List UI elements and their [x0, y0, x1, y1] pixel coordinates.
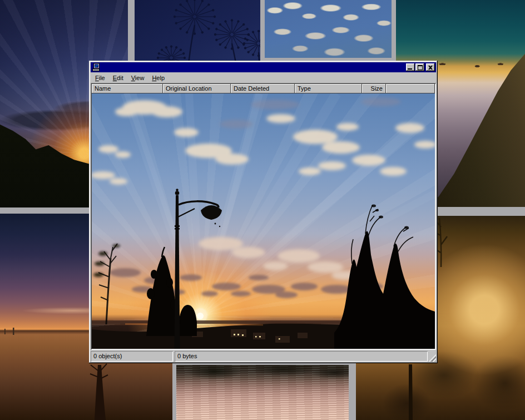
close-icon	[428, 66, 433, 70]
file-list-view: Name Original Location Date Deleted Type…	[91, 83, 436, 350]
column-header-original-location[interactable]: Original Location	[163, 84, 231, 93]
status-object-count: 0 object(s)	[91, 351, 173, 362]
wallpaper-tile-water-reflection	[176, 365, 349, 420]
minimize-button[interactable]	[406, 63, 415, 71]
column-header-row: Name Original Location Date Deleted Type…	[92, 84, 435, 93]
column-header-size[interactable]: Size	[362, 84, 386, 93]
wallpaper-tile-altocumulus-sky	[265, 0, 392, 58]
column-header-name[interactable]: Name	[92, 84, 163, 93]
minimize-icon	[408, 68, 412, 70]
maximize-button[interactable]	[415, 63, 424, 71]
sunset-lamppost-photo	[92, 93, 435, 349]
status-byte-count: 0 bytes	[175, 351, 428, 362]
menu-help[interactable]: Help	[148, 73, 169, 82]
menu-view[interactable]: View	[127, 73, 148, 82]
computer-icon	[92, 63, 101, 72]
column-header-date-deleted[interactable]: Date Deleted	[231, 84, 295, 93]
menu-bar: File Edit View Help	[91, 72, 436, 83]
close-button[interactable]	[426, 63, 435, 71]
desktop: File Edit View Help Name Original Locati…	[0, 0, 525, 420]
menu-edit[interactable]: Edit	[109, 73, 127, 82]
column-header-type[interactable]: Type	[295, 84, 362, 93]
titlebar[interactable]	[91, 62, 436, 72]
resize-grip-icon[interactable]	[429, 354, 436, 362]
list-viewport-wallpaper-showthrough[interactable]	[92, 93, 435, 349]
recycle-bin-window: File Edit View Help Name Original Locati…	[89, 61, 438, 363]
menu-file[interactable]: File	[91, 73, 109, 82]
status-bar: 0 object(s) 0 bytes	[91, 351, 436, 362]
column-header-filler	[386, 84, 435, 93]
maximize-icon	[418, 65, 423, 70]
